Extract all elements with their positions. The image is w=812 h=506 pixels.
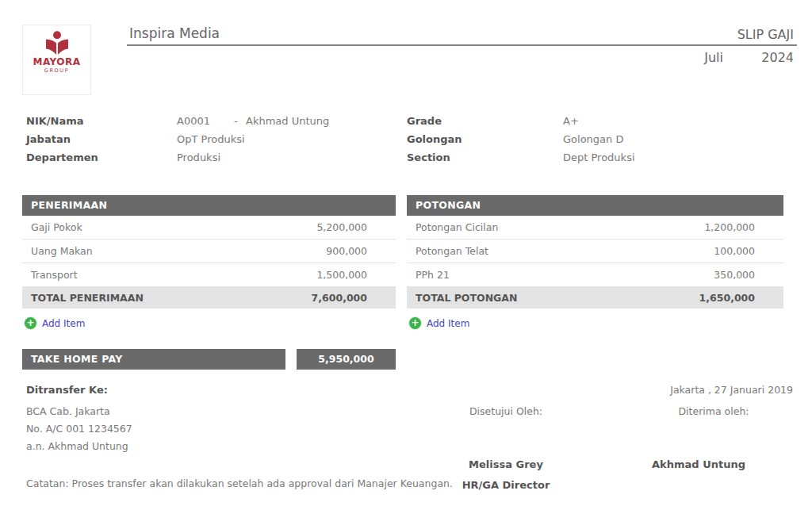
employee-name: Akhmad Untung [246,115,329,127]
approver-name: Melissa Grey [427,458,585,470]
section-value: Dept Produksi [563,151,635,163]
deductions-total-amount: 1,650,000 [699,292,755,304]
transfer-note: Catatan: Proses transfer akan dilakukan … [26,477,453,489]
logo-subbrand-text: GROUP [44,68,69,74]
deductions-table: POTONGAN Potongan Cicilan 1,200,000 Poto… [407,195,783,329]
deduction-item-label: Potongan Cicilan [416,221,498,233]
section-label: Section [407,151,563,163]
deduction-item-amount: 350,000 [714,269,755,281]
deduction-item-label: PPh 21 [416,269,450,281]
grade-label: Grade [407,115,563,127]
earning-item-label: Gaji Pokok [31,221,82,233]
nik-separator: - [234,115,246,127]
table-row: Potongan Cicilan 1,200,000 [407,216,783,240]
signature-place-date: Jakarta , 27 Januari 2019 [670,384,793,396]
transfer-bank: BCA Cab. Jakarta [26,405,110,417]
deduction-item-label: Potongan Telat [416,245,488,257]
departemen-value: Produksi [177,151,220,163]
deductions-total-row: TOTAL POTONGAN 1,650,000 [407,287,783,309]
earnings-total-amount: 7,600,000 [312,292,367,304]
table-row: Gaji Pokok 5,200,000 [22,216,396,240]
earning-item-label: Uang Makan [31,245,93,257]
earning-item-amount: 900,000 [326,245,367,257]
employee-info-left: NIK/Nama A0001-Akhmad Untung Jabatan OpT… [26,112,329,167]
grade-value: A+ [563,115,579,127]
jabatan-value: OpT Produksi [177,133,245,145]
logo-brand-text: MAYORA [33,57,80,67]
golongan-value: Golongan D [563,133,623,145]
transfer-account-number: No. A/C 001 1234567 [26,423,132,435]
nik-code: A0001 [177,115,234,127]
deductions-total-label: TOTAL POTONGAN [416,292,518,304]
take-home-pay-amount: 5,950,000 [297,349,396,370]
plus-icon: + [25,317,36,329]
earning-item-label: Transport [31,269,78,281]
employee-jabatan-row: Jabatan OpT Produksi [26,130,329,148]
add-deduction-item-button[interactable]: + Add Item [409,317,469,329]
earnings-total-row: TOTAL PENERIMAAN 7,600,000 [22,287,396,309]
table-row: Potongan Telat 100,000 [407,240,783,263]
earnings-total-label: TOTAL PENERIMAAN [31,292,144,304]
transfer-title: Ditransfer Ke: [26,384,108,396]
header-divider [127,44,797,46]
document-title: SLIP GAJI [737,27,794,42]
company-logo: MAYORA GROUP [22,25,91,95]
deduction-item-amount: 100,000 [714,245,755,257]
period-month: Juli [704,50,723,65]
earning-item-amount: 1,500,000 [316,269,367,281]
employee-grade-row: Grade A+ [407,112,635,130]
add-earning-item-button[interactable]: + Add Item [25,317,85,329]
table-row: PPh 21 350,000 [407,263,783,287]
employee-section-row: Section Dept Produksi [407,148,635,167]
earning-item-amount: 5,200,000 [316,221,367,233]
add-item-label: Add Item [42,318,85,329]
employee-nik-row: NIK/Nama A0001-Akhmad Untung [26,112,329,130]
earnings-table-header: PENERIMAAN [22,195,396,216]
mayora-logo-icon [42,31,72,56]
table-row: Uang Makan 900,000 [22,240,396,263]
departemen-label: Departemen [26,151,177,163]
deductions-table-header: POTONGAN [407,195,783,216]
employee-golongan-row: Golongan Golongan D [407,130,635,148]
deduction-item-amount: 1,200,000 [704,221,755,233]
jabatan-label: Jabatan [26,133,177,145]
earnings-table: PENERIMAAN Gaji Pokok 5,200,000 Uang Mak… [22,195,396,329]
nik-value: A0001-Akhmad Untung [177,115,329,127]
approver-title: HR/GA Director [427,479,585,491]
take-home-pay-label-bar: TAKE HOME PAY [22,349,285,370]
company-name: Inspira Media [129,25,220,41]
table-row: Transport 1,500,000 [22,263,396,287]
received-by-label: Diterima oleh: [634,405,793,417]
employee-info-right: Grade A+ Golongan Golongan D Section Dep… [407,112,635,167]
receiver-name: Akhmad Untung [619,458,778,470]
employee-departemen-row: Departemen Produksi [26,148,329,167]
add-item-label: Add Item [427,318,469,329]
transfer-account-holder: a.n. Akhmad Untung [26,440,128,452]
golongan-label: Golongan [407,133,563,145]
payslip-page: MAYORA GROUP Inspira Media SLIP GAJI Jul… [0,0,812,506]
nik-label: NIK/Nama [26,115,177,127]
plus-icon: + [409,317,421,329]
period-year: 2024 [761,50,794,65]
approved-by-label: Disetujui Oleh: [427,405,585,417]
